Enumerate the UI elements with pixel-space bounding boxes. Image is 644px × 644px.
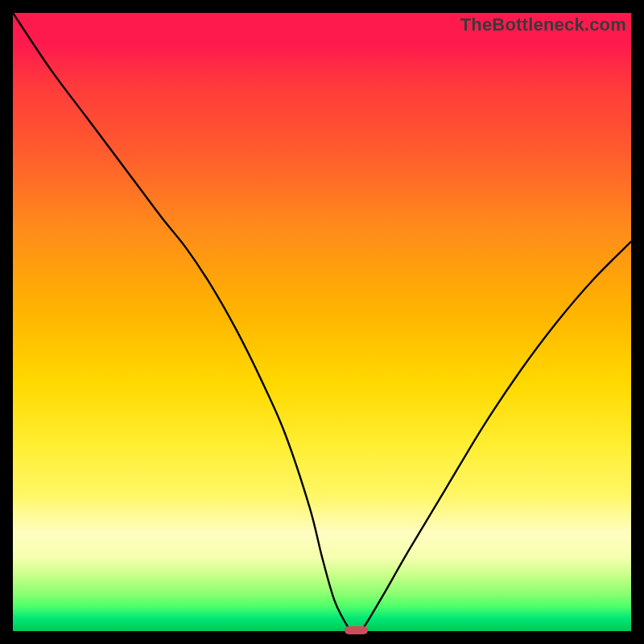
chart-frame: TheBottleneck.com	[0, 0, 644, 644]
bottleneck-curve	[13, 13, 631, 631]
watermark-text: TheBottleneck.com	[460, 14, 626, 35]
optimal-marker	[345, 626, 368, 634]
plot-area: TheBottleneck.com	[13, 13, 631, 631]
